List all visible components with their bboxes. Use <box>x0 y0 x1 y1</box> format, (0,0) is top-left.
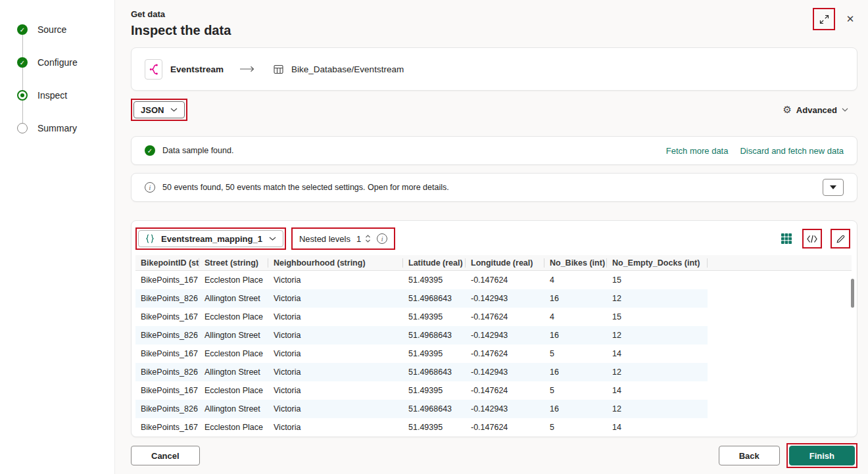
table-cell: BikePoints_167 <box>135 275 199 285</box>
stepper-up-down-icon <box>365 234 371 243</box>
table-row[interactable]: BikePoints_167Eccleston PlaceVictoria51.… <box>135 308 708 326</box>
pencil-icon <box>836 234 846 244</box>
table-row[interactable]: BikePoints_826Allington StreetVictoria51… <box>135 363 708 381</box>
eventstream-icon <box>145 59 162 80</box>
table-cell: 51.49395 <box>403 423 466 432</box>
schema-mapping-icon <box>145 234 155 243</box>
chevron-down-icon <box>842 108 848 112</box>
nested-levels-label: Nested levels <box>299 234 350 244</box>
table-cell: 12 <box>607 404 708 414</box>
table-row[interactable]: BikePoints_167Eccleston PlaceVictoria51.… <box>135 344 708 363</box>
column-header[interactable]: Street (string) <box>199 255 268 271</box>
table-cell: 12 <box>607 367 708 377</box>
vertical-scrollbar[interactable] <box>850 259 856 433</box>
table-cell: Eccleston Place <box>199 423 268 432</box>
table-cell: 16 <box>544 294 607 303</box>
table-cell: 5 <box>544 349 607 358</box>
format-dropdown[interactable]: JSON <box>133 101 185 118</box>
code-view-button[interactable] <box>805 231 819 246</box>
advanced-toggle[interactable]: ⚙ Advanced <box>783 104 848 116</box>
column-header[interactable]: No_Empty_Docks (int) <box>607 255 708 271</box>
annotation-box-edit <box>831 229 850 249</box>
events-found-message: 50 events found, 50 events match the sel… <box>162 183 449 192</box>
table-icon <box>274 64 283 74</box>
footer-right-buttons: Back Finish <box>719 443 857 468</box>
column-header[interactable]: No_Bikes (int) <box>544 255 607 271</box>
banner-expand-button[interactable] <box>823 179 844 196</box>
nested-levels-stepper[interactable]: 1 <box>356 234 371 244</box>
cancel-button[interactable]: Cancel <box>131 446 200 465</box>
table-cell: 51.4968643 <box>403 367 466 377</box>
table-cell: Allington Street <box>199 294 268 303</box>
mapping-dropdown[interactable]: Eventstream_mapping_1 <box>138 230 283 247</box>
column-header[interactable]: Longitude (real) <box>466 255 544 271</box>
table-cell: Allington Street <box>199 367 268 377</box>
table-cell: 5 <box>544 386 607 395</box>
preview-toolbar: Eventstream_mapping_1 Nested levels 1 <box>135 227 852 255</box>
check-circle-icon: ✓ <box>17 24 28 35</box>
back-button[interactable]: Back <box>719 446 780 465</box>
discard-and-fetch-new-data-link[interactable]: Discard and fetch new data <box>740 146 844 156</box>
nested-levels-value: 1 <box>356 234 361 244</box>
table-row[interactable]: BikePoints_826Allington StreetVictoria51… <box>135 400 708 418</box>
finish-button[interactable]: Finish <box>789 446 855 465</box>
stepper-item-configure[interactable]: ✓Configure <box>17 46 114 79</box>
annotation-box-code-view <box>802 229 822 249</box>
column-header[interactable]: Neighbourhood (string) <box>268 255 403 271</box>
events-found-banner: i 50 events found, 50 events match the s… <box>131 173 857 202</box>
step-circle-icon <box>17 90 28 101</box>
destination-label: Bike_Database/Eventstream <box>291 64 404 74</box>
annotation-box-nested-levels: Nested levels 1 i <box>291 227 395 250</box>
table-row[interactable]: BikePoints_826Allington StreetVictoria51… <box>135 289 708 308</box>
edit-columns-button[interactable] <box>833 231 848 246</box>
table-cell: BikePoints_826 <box>135 367 199 377</box>
close-button[interactable]: ✕ <box>842 11 859 28</box>
view-toolbar <box>779 229 850 249</box>
dialog-eyebrow: Get data <box>131 9 857 19</box>
stepper-item-inspect[interactable]: Inspect <box>17 79 114 112</box>
annotation-box-format: JSON <box>131 99 187 121</box>
step-circle-icon <box>17 123 28 133</box>
table-cell: Allington Street <box>199 331 268 340</box>
code-icon <box>807 235 817 243</box>
table-body: BikePoints_167Eccleston PlaceVictoria51.… <box>135 271 852 437</box>
scrollbar-thumb[interactable] <box>851 279 854 308</box>
table-cell: 51.4968643 <box>403 331 466 340</box>
check-circle-icon: ✓ <box>17 57 28 68</box>
expand-diagonal-icon <box>819 14 829 24</box>
table-cell: Victoria <box>268 331 403 340</box>
table-cell: BikePoints_826 <box>135 331 199 340</box>
stepper-item-source[interactable]: ✓Source <box>17 13 114 46</box>
stepper-item-summary[interactable]: Summary <box>17 112 114 145</box>
format-row: JSON ⚙ Advanced <box>131 99 857 121</box>
table-cell: 16 <box>544 331 607 340</box>
table-cell: -0.147624 <box>466 312 544 321</box>
table-cell: Victoria <box>268 367 403 377</box>
table-row[interactable]: BikePoints_167Eccleston PlaceVictoria51.… <box>135 418 708 437</box>
nested-levels-info-icon[interactable]: i <box>377 233 387 244</box>
table-cell: Victoria <box>268 349 403 358</box>
table-cell: 14 <box>607 386 708 395</box>
table-cell: 51.4968643 <box>403 404 466 414</box>
column-header[interactable]: BikepointID (string) <box>135 255 199 271</box>
table-row[interactable]: BikePoints_826Allington StreetVictoria51… <box>135 326 708 344</box>
dialog-footer: Cancel Back Finish <box>131 443 857 468</box>
table-cell: -0.142943 <box>466 367 544 377</box>
table-cell: Eccleston Place <box>199 312 268 321</box>
caret-down-icon <box>830 185 836 189</box>
table-row[interactable]: BikePoints_167Eccleston PlaceVictoria51.… <box>135 271 708 289</box>
grid-icon <box>781 233 792 244</box>
table-cell: -0.147624 <box>466 423 544 432</box>
table-cell: 51.49395 <box>403 275 466 285</box>
data-sample-message: Data sample found. <box>162 146 233 155</box>
table-cell: BikePoints_167 <box>135 312 199 321</box>
get-data-dialog: Get data Inspect the data ✕ Eventstream <box>115 0 868 474</box>
table-row[interactable]: BikePoints_167Eccleston PlaceVictoria51.… <box>135 381 708 400</box>
column-header[interactable]: Latitude (real) <box>403 255 466 271</box>
table-cell: BikePoints_167 <box>135 349 199 358</box>
fetch-more-data-link[interactable]: Fetch more data <box>666 146 729 156</box>
expand-dialog-button[interactable] <box>815 11 832 28</box>
table-view-button[interactable] <box>779 231 794 246</box>
table-cell: BikePoints_167 <box>135 423 199 432</box>
gear-icon: ⚙ <box>783 104 791 116</box>
